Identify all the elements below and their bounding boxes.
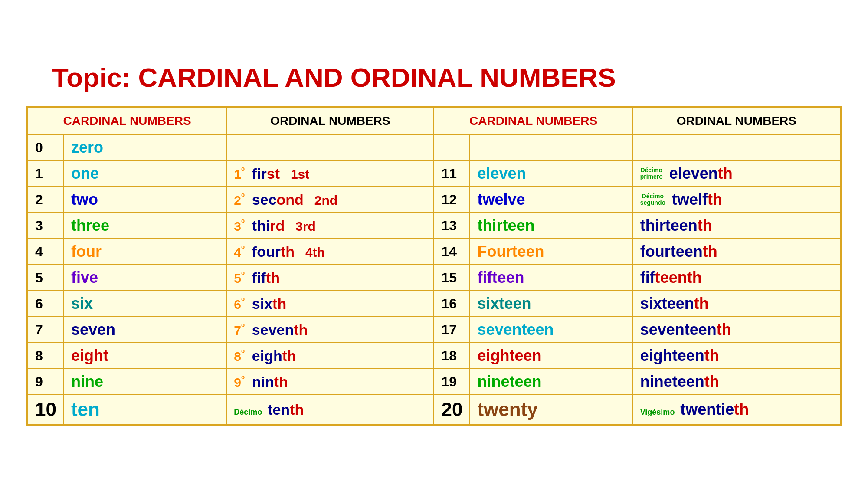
ordinal-word-th-13: th [698, 216, 712, 234]
cardinal-eight: eight [64, 343, 226, 369]
ordinal-word-th-19: th [704, 373, 719, 390]
cardinal-nine: nine [64, 369, 226, 395]
title-main: CARDINAL AND ORDINAL NUMBERS [138, 62, 616, 92]
ordinal-word-th-16: th [694, 295, 709, 312]
ordinal-word-rd: rd [270, 217, 285, 234]
ordinal-word-th-6: th [272, 295, 286, 312]
ordinal-fifth: 5º fifth [226, 265, 434, 291]
ordinal-word-nineteen: nineteen [640, 373, 704, 390]
ordinal-first: 1º first 1st [226, 160, 434, 187]
table-row: 4 four 4º fourth 4th 14 Fourteen fourtee… [28, 239, 840, 265]
header-ordinal1: ORDINAL NUMBERS [226, 108, 434, 134]
ordinal2-0 [633, 134, 840, 160]
number-16: 16 [434, 291, 470, 317]
number2-0 [434, 134, 470, 160]
ordinal-sixth: 6º sixth [226, 291, 434, 317]
number-4: 4 [28, 239, 64, 265]
ordinal-num-4: 4º [234, 245, 245, 259]
title-prefix: Topic: [52, 62, 138, 92]
small-decimo2: Décimo [640, 193, 665, 200]
cardinal-zero: zero [64, 134, 226, 160]
ordinal-word-th-17: th [717, 321, 731, 338]
ordinal-sixteenth: sixteenth [633, 291, 840, 317]
ordinal-word-th-20: th [734, 400, 749, 418]
number-3: 3 [28, 213, 64, 239]
cardinal-fourteen: Fourteen [470, 239, 632, 265]
number-7: 7 [28, 317, 64, 343]
table-row: 7 seven 7º seventh 17 seventeen seventee… [28, 317, 840, 343]
small-segundo: segundo [640, 200, 665, 206]
ordinal-seventeenth: seventeenth [633, 317, 840, 343]
ordinal-word-fif-15: fif [640, 269, 655, 286]
cardinal-two: two [64, 187, 226, 213]
ordinal-word-eighteen: eighteen [640, 347, 704, 364]
ordinal-word-th-10: th [290, 401, 304, 418]
ordinal-twentieth: Vigésimo twentieth [633, 395, 840, 424]
numbers-table-container: CARDINAL NUMBERS ORDINAL NUMBERS CARDINA… [26, 106, 842, 426]
ordinal-word-sixteen: sixteen [640, 295, 694, 312]
ordinal-num-3: 3º [234, 219, 245, 233]
ordinal-word-th-9: th [274, 373, 288, 390]
number-19: 19 [434, 369, 470, 395]
table-row: 0 zero [28, 134, 840, 160]
ordinal-word-four: four [252, 243, 281, 260]
ordinal-tenth: Décimo tenth [226, 395, 434, 424]
page-title: Topic: CARDINAL AND ORDINAL NUMBERS [26, 62, 616, 93]
cardinal-nineteen: nineteen [470, 369, 632, 395]
header-cardinal2: CARDINAL NUMBERS [434, 108, 632, 134]
number-12: 12 [434, 187, 470, 213]
ordinal-word-seven: seven [252, 321, 294, 338]
header-cardinal1: CARDINAL NUMBERS [28, 108, 226, 134]
ordinal-seventh: 7º seventh [226, 317, 434, 343]
cardinal2-0 [470, 134, 632, 160]
ordinal-word-teen-15: teen [655, 269, 687, 286]
number-13: 13 [434, 213, 470, 239]
ordinal-fourteenth: fourteenth [633, 239, 840, 265]
cardinal-fifteen: fifteen [470, 265, 632, 291]
cardinal-twenty: twenty [470, 395, 632, 424]
ordinal-word-th-15: th [687, 269, 702, 286]
ordinal-word-twelf: twelf [672, 190, 708, 208]
ordinal-third: 3º third 3rd [226, 213, 434, 239]
ordinal-abbr-4th: 4th [305, 245, 325, 259]
cardinal-twelve: twelve [470, 187, 632, 213]
ordinal-abbr-2nd: 2nd [314, 193, 337, 207]
cardinal-five: five [64, 265, 226, 291]
numbers-table: CARDINAL NUMBERS ORDINAL NUMBERS CARDINA… [27, 107, 841, 425]
ordinal-num-8: 8º [234, 349, 245, 364]
table-row: 5 five 5º fifth 15 fifteen fifteenth [28, 265, 840, 291]
ordinal-word-six: six [252, 295, 272, 312]
ordinal-word-fourteen: fourteen [640, 242, 703, 260]
table-row: 3 three 3º third 3rd 13 thirteen thirtee… [28, 213, 840, 239]
cardinal-four: four [64, 239, 226, 265]
ordinal-word-sec: sec [252, 191, 277, 208]
number-11: 11 [434, 160, 470, 187]
ordinal-fifteenth: fifteenth [633, 265, 840, 291]
ordinal-word-eigh: eigh [252, 347, 282, 364]
number-9: 9 [28, 369, 64, 395]
ordinal-word-th-8: th [282, 347, 296, 364]
table-header-row: CARDINAL NUMBERS ORDINAL NUMBERS CARDINA… [28, 108, 840, 134]
ordinal-eighteenth: eighteenth [633, 343, 840, 369]
ordinal-num-1: 1º [234, 167, 245, 181]
cardinal-seven: seven [64, 317, 226, 343]
cardinal-seventeen: seventeen [470, 317, 632, 343]
ordinal-word-st: st [267, 165, 280, 182]
table-row: 1 one 1º first 1st 11 eleven Décimo prim… [28, 160, 840, 187]
ordinal-abbr-1st: 1st [291, 167, 309, 181]
cardinal-thirteen: thirteen [470, 213, 632, 239]
table-row: 10 ten Décimo tenth 20 twenty Vigésimo t… [28, 395, 840, 424]
number-1: 1 [28, 160, 64, 187]
header-ordinal2: ORDINAL NUMBERS [633, 108, 840, 134]
cardinal-three: three [64, 213, 226, 239]
ordinal-zero [226, 134, 434, 160]
ordinal-abbr-3rd: 3rd [295, 219, 316, 233]
number-8: 8 [28, 343, 64, 369]
number-14: 14 [434, 239, 470, 265]
table-row: 9 nine 9º ninth 19 nineteen nineteenth [28, 369, 840, 395]
number-10: 10 [28, 395, 64, 424]
cardinal-one: one [64, 160, 226, 187]
ordinal-fourth: 4º fourth 4th [226, 239, 434, 265]
table-row: 2 two 2º second 2nd 12 twelve Décimo seg… [28, 187, 840, 213]
ordinal-word-twentie: twentie [680, 400, 734, 418]
